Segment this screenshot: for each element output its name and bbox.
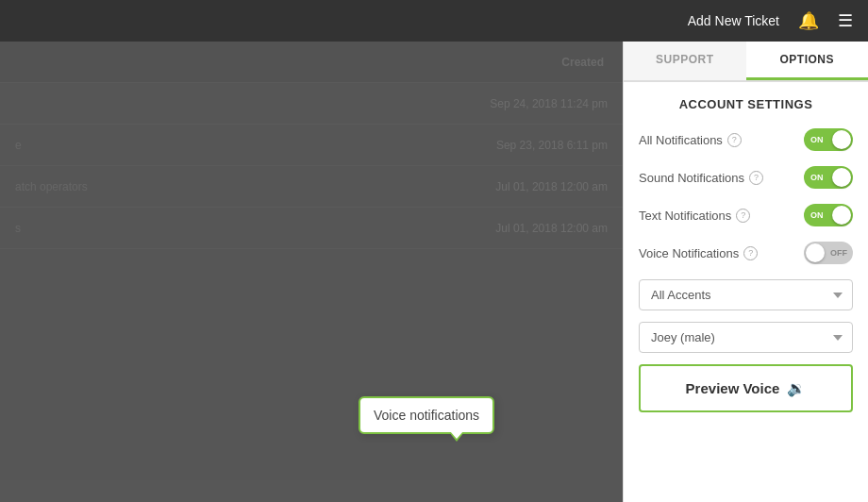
accent-dropdown-wrap: All Accents American British Australian (639, 279, 853, 310)
overlay (0, 42, 623, 502)
right-panel: SUPPORT OPTIONS ACCOUNT SETTINGS All Not… (623, 42, 868, 502)
menu-icon[interactable]: ☰ (838, 10, 853, 31)
main-area: Created Sep 24, 2018 11:24 pm e Sep 23, … (0, 42, 868, 502)
voice-notifications-toggle-knob (806, 243, 825, 262)
text-notifications-help-icon[interactable]: ? (736, 209, 750, 223)
sound-notifications-toggle[interactable]: ON (804, 166, 853, 189)
voice-notifications-row: Voice Notifications ? OFF (639, 242, 853, 264)
left-panel: Created Sep 24, 2018 11:24 pm e Sep 23, … (0, 42, 623, 502)
all-notifications-label: All Notifications ? (639, 133, 742, 147)
voice-notifications-label: Voice Notifications ? (639, 246, 758, 260)
tab-options[interactable]: OPTIONS (746, 42, 869, 80)
accent-dropdown[interactable]: All Accents American British Australian (639, 279, 853, 310)
preview-voice-button[interactable]: Preview Voice 🔉 (639, 364, 853, 412)
voice-dropdown-wrap: Joey (male) Joanna (female) Matthew (mal… (639, 322, 853, 353)
all-notifications-toggle-knob (832, 130, 851, 149)
sound-notifications-label: Sound Notifications ? (639, 171, 763, 185)
sound-notifications-row: Sound Notifications ? ON (639, 166, 853, 189)
all-notifications-help-icon[interactable]: ? (727, 133, 742, 147)
tooltip-text: Voice notifications (374, 408, 479, 423)
tab-support[interactable]: SUPPORT (624, 42, 746, 80)
settings-title: ACCOUNT SETTINGS (639, 97, 853, 111)
bell-icon[interactable]: 🔔 (798, 10, 819, 31)
text-notifications-toggle-knob (832, 206, 851, 225)
voice-notifications-toggle[interactable]: OFF (804, 242, 853, 264)
voice-dropdown[interactable]: Joey (male) Joanna (female) Matthew (mal… (639, 322, 853, 353)
text-notifications-row: Text Notifications ? ON (639, 204, 853, 226)
text-notifications-toggle[interactable]: ON (804, 204, 853, 226)
settings-content: ACCOUNT SETTINGS All Notifications ? ON … (624, 82, 868, 502)
tab-bar: SUPPORT OPTIONS (624, 42, 868, 82)
add-new-ticket-button[interactable]: Add New Ticket (688, 13, 779, 28)
text-notifications-label: Text Notifications ? (639, 209, 750, 223)
sound-notifications-help-icon[interactable]: ? (749, 171, 763, 185)
voice-notifications-help-icon[interactable]: ? (743, 246, 758, 260)
preview-voice-label: Preview Voice (686, 380, 780, 396)
top-bar: Add New Ticket 🔔 ☰ (0, 0, 868, 42)
all-notifications-toggle[interactable]: ON (804, 128, 853, 151)
tooltip-bubble: Voice notifications (359, 396, 494, 434)
all-notifications-row: All Notifications ? ON (639, 128, 853, 151)
speaker-icon: 🔉 (787, 379, 806, 397)
sound-notifications-toggle-knob (832, 168, 851, 187)
